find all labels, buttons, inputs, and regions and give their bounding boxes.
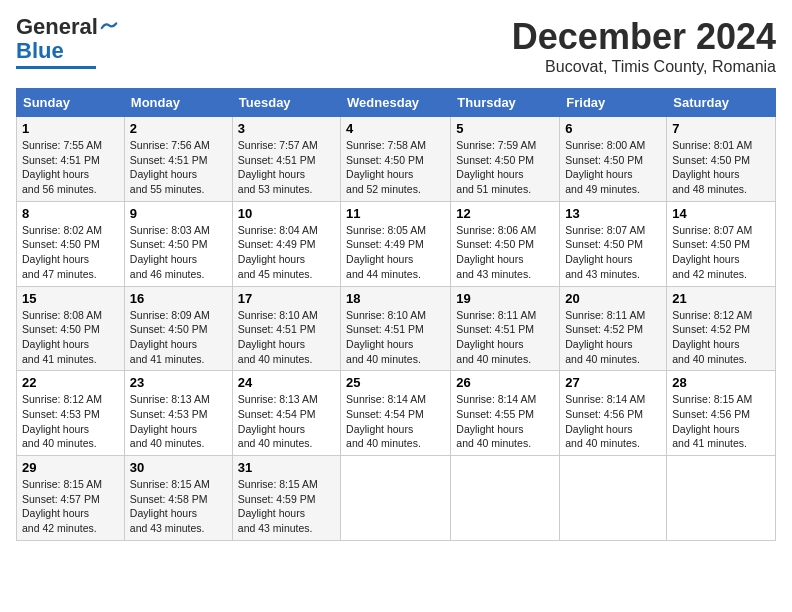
calendar-cell: 20 Sunrise: 8:11 AMSunset: 4:52 PMDaylig… <box>560 286 667 371</box>
calendar-cell: 2 Sunrise: 7:56 AMSunset: 4:51 PMDayligh… <box>124 117 232 202</box>
day-info: Sunrise: 7:55 AMSunset: 4:51 PMDaylight … <box>22 139 102 195</box>
calendar-cell: 5 Sunrise: 7:59 AMSunset: 4:50 PMDayligh… <box>451 117 560 202</box>
calendar-week-1: 1 Sunrise: 7:55 AMSunset: 4:51 PMDayligh… <box>17 117 776 202</box>
day-info: Sunrise: 7:56 AMSunset: 4:51 PMDaylight … <box>130 139 210 195</box>
day-info: Sunrise: 8:10 AMSunset: 4:51 PMDaylight … <box>238 309 318 365</box>
day-number: 4 <box>346 121 445 136</box>
day-number: 31 <box>238 460 335 475</box>
day-number: 5 <box>456 121 554 136</box>
calendar-cell: 14 Sunrise: 8:07 AMSunset: 4:50 PMDaylig… <box>667 201 776 286</box>
day-number: 27 <box>565 375 661 390</box>
header-thursday: Thursday <box>451 89 560 117</box>
day-number: 13 <box>565 206 661 221</box>
calendar-week-5: 29 Sunrise: 8:15 AMSunset: 4:57 PMDaylig… <box>17 456 776 541</box>
calendar-cell: 13 Sunrise: 8:07 AMSunset: 4:50 PMDaylig… <box>560 201 667 286</box>
day-info: Sunrise: 8:15 AMSunset: 4:56 PMDaylight … <box>672 393 752 449</box>
day-info: Sunrise: 7:59 AMSunset: 4:50 PMDaylight … <box>456 139 536 195</box>
calendar-cell <box>341 456 451 541</box>
calendar-cell <box>451 456 560 541</box>
calendar-cell: 16 Sunrise: 8:09 AMSunset: 4:50 PMDaylig… <box>124 286 232 371</box>
day-number: 8 <box>22 206 119 221</box>
logo-blue: Blue <box>16 38 64 64</box>
day-number: 18 <box>346 291 445 306</box>
calendar-cell: 31 Sunrise: 8:15 AMSunset: 4:59 PMDaylig… <box>232 456 340 541</box>
day-info: Sunrise: 8:00 AMSunset: 4:50 PMDaylight … <box>565 139 645 195</box>
calendar-cell: 23 Sunrise: 8:13 AMSunset: 4:53 PMDaylig… <box>124 371 232 456</box>
calendar-week-4: 22 Sunrise: 8:12 AMSunset: 4:53 PMDaylig… <box>17 371 776 456</box>
day-info: Sunrise: 8:01 AMSunset: 4:50 PMDaylight … <box>672 139 752 195</box>
day-info: Sunrise: 8:08 AMSunset: 4:50 PMDaylight … <box>22 309 102 365</box>
calendar-cell: 4 Sunrise: 7:58 AMSunset: 4:50 PMDayligh… <box>341 117 451 202</box>
calendar-cell: 11 Sunrise: 8:05 AMSunset: 4:49 PMDaylig… <box>341 201 451 286</box>
day-number: 23 <box>130 375 227 390</box>
calendar-week-3: 15 Sunrise: 8:08 AMSunset: 4:50 PMDaylig… <box>17 286 776 371</box>
day-number: 7 <box>672 121 770 136</box>
day-info: Sunrise: 8:07 AMSunset: 4:50 PMDaylight … <box>672 224 752 280</box>
calendar-header-row: SundayMondayTuesdayWednesdayThursdayFrid… <box>17 89 776 117</box>
day-number: 28 <box>672 375 770 390</box>
calendar-cell: 9 Sunrise: 8:03 AMSunset: 4:50 PMDayligh… <box>124 201 232 286</box>
calendar-cell: 25 Sunrise: 8:14 AMSunset: 4:54 PMDaylig… <box>341 371 451 456</box>
day-number: 22 <box>22 375 119 390</box>
header-sunday: Sunday <box>17 89 125 117</box>
logo: General Blue <box>16 16 118 69</box>
calendar-cell: 17 Sunrise: 8:10 AMSunset: 4:51 PMDaylig… <box>232 286 340 371</box>
day-number: 29 <box>22 460 119 475</box>
calendar-cell: 15 Sunrise: 8:08 AMSunset: 4:50 PMDaylig… <box>17 286 125 371</box>
calendar-cell: 19 Sunrise: 8:11 AMSunset: 4:51 PMDaylig… <box>451 286 560 371</box>
day-info: Sunrise: 7:57 AMSunset: 4:51 PMDaylight … <box>238 139 318 195</box>
day-info: Sunrise: 8:11 AMSunset: 4:52 PMDaylight … <box>565 309 645 365</box>
day-number: 17 <box>238 291 335 306</box>
calendar-cell: 22 Sunrise: 8:12 AMSunset: 4:53 PMDaylig… <box>17 371 125 456</box>
title-area: December 2024 Bucovat, Timis County, Rom… <box>512 16 776 76</box>
calendar-cell: 10 Sunrise: 8:04 AMSunset: 4:49 PMDaylig… <box>232 201 340 286</box>
calendar-cell: 6 Sunrise: 8:00 AMSunset: 4:50 PMDayligh… <box>560 117 667 202</box>
calendar-cell: 18 Sunrise: 8:10 AMSunset: 4:51 PMDaylig… <box>341 286 451 371</box>
day-number: 21 <box>672 291 770 306</box>
day-number: 6 <box>565 121 661 136</box>
day-number: 2 <box>130 121 227 136</box>
header-wednesday: Wednesday <box>341 89 451 117</box>
day-info: Sunrise: 8:11 AMSunset: 4:51 PMDaylight … <box>456 309 536 365</box>
day-info: Sunrise: 8:06 AMSunset: 4:50 PMDaylight … <box>456 224 536 280</box>
page-header: General Blue December 2024 Bucovat, Timi… <box>16 16 776 76</box>
page-title: December 2024 <box>512 16 776 58</box>
page-subtitle: Bucovat, Timis County, Romania <box>512 58 776 76</box>
day-info: Sunrise: 8:13 AMSunset: 4:54 PMDaylight … <box>238 393 318 449</box>
day-info: Sunrise: 8:15 AMSunset: 4:59 PMDaylight … <box>238 478 318 534</box>
header-monday: Monday <box>124 89 232 117</box>
day-info: Sunrise: 8:09 AMSunset: 4:50 PMDaylight … <box>130 309 210 365</box>
day-info: Sunrise: 8:12 AMSunset: 4:52 PMDaylight … <box>672 309 752 365</box>
day-number: 24 <box>238 375 335 390</box>
day-info: Sunrise: 8:14 AMSunset: 4:55 PMDaylight … <box>456 393 536 449</box>
day-info: Sunrise: 8:02 AMSunset: 4:50 PMDaylight … <box>22 224 102 280</box>
day-info: Sunrise: 8:04 AMSunset: 4:49 PMDaylight … <box>238 224 318 280</box>
day-info: Sunrise: 8:14 AMSunset: 4:54 PMDaylight … <box>346 393 426 449</box>
day-info: Sunrise: 7:58 AMSunset: 4:50 PMDaylight … <box>346 139 426 195</box>
day-info: Sunrise: 8:15 AMSunset: 4:58 PMDaylight … <box>130 478 210 534</box>
header-friday: Friday <box>560 89 667 117</box>
day-info: Sunrise: 8:13 AMSunset: 4:53 PMDaylight … <box>130 393 210 449</box>
calendar-cell: 1 Sunrise: 7:55 AMSunset: 4:51 PMDayligh… <box>17 117 125 202</box>
calendar-cell: 27 Sunrise: 8:14 AMSunset: 4:56 PMDaylig… <box>560 371 667 456</box>
day-number: 12 <box>456 206 554 221</box>
calendar-cell: 7 Sunrise: 8:01 AMSunset: 4:50 PMDayligh… <box>667 117 776 202</box>
day-number: 20 <box>565 291 661 306</box>
logo-text: General <box>16 16 118 38</box>
calendar-cell <box>667 456 776 541</box>
calendar-cell: 21 Sunrise: 8:12 AMSunset: 4:52 PMDaylig… <box>667 286 776 371</box>
calendar-cell <box>560 456 667 541</box>
day-number: 11 <box>346 206 445 221</box>
day-info: Sunrise: 8:12 AMSunset: 4:53 PMDaylight … <box>22 393 102 449</box>
day-info: Sunrise: 8:07 AMSunset: 4:50 PMDaylight … <box>565 224 645 280</box>
day-number: 16 <box>130 291 227 306</box>
calendar-cell: 3 Sunrise: 7:57 AMSunset: 4:51 PMDayligh… <box>232 117 340 202</box>
day-info: Sunrise: 8:14 AMSunset: 4:56 PMDaylight … <box>565 393 645 449</box>
day-number: 9 <box>130 206 227 221</box>
calendar-table: SundayMondayTuesdayWednesdayThursdayFrid… <box>16 88 776 541</box>
calendar-cell: 8 Sunrise: 8:02 AMSunset: 4:50 PMDayligh… <box>17 201 125 286</box>
day-number: 19 <box>456 291 554 306</box>
day-info: Sunrise: 8:10 AMSunset: 4:51 PMDaylight … <box>346 309 426 365</box>
calendar-cell: 28 Sunrise: 8:15 AMSunset: 4:56 PMDaylig… <box>667 371 776 456</box>
day-info: Sunrise: 8:03 AMSunset: 4:50 PMDaylight … <box>130 224 210 280</box>
